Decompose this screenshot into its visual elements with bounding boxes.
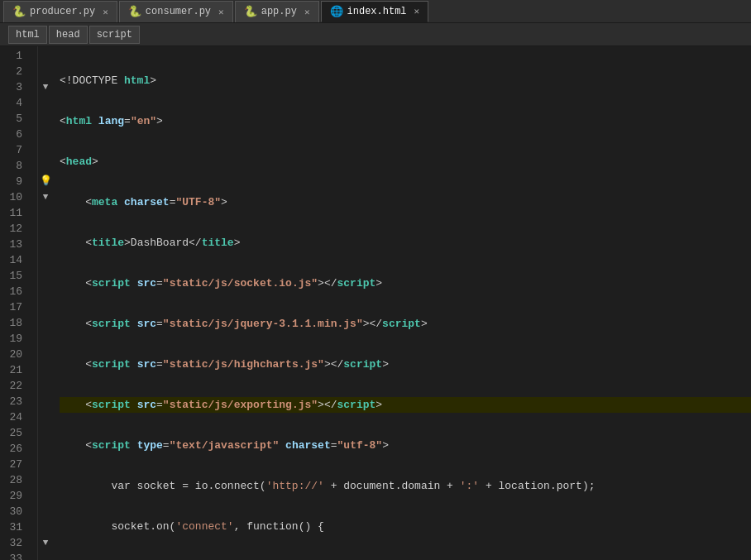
line-num-6: 6 [0,127,29,142]
gutter-25 [38,425,53,441]
gutter-33 [38,551,53,560]
tab-label: consumer.py [146,6,211,17]
code-line-3: <head> [60,154,751,170]
gutter-20 [38,347,53,362]
html-icon: 🌐 [330,5,343,18]
line-num-19: 19 [0,331,29,347]
line-num-10: 10 [0,189,29,205]
gutter-21 [38,362,53,378]
close-icon[interactable]: ✕ [103,7,108,17]
code-line-9: <script src="static/js/exporting.js"></s… [60,397,751,413]
code-line-10: <script type="text/javascript" charset="… [60,438,751,453]
gutter-30 [38,504,53,519]
gutter-8 [38,158,53,174]
gutter-5 [38,111,53,127]
gutter-14 [38,252,53,268]
breadcrumb-head[interactable]: head [49,26,88,44]
line-num-13: 13 [0,237,29,252]
line-num-24: 24 [0,409,29,425]
tab-consumer[interactable]: 🐍 consumer.py ✕ [119,1,233,22]
python-icon: 🐍 [128,5,141,18]
code-lines: <!DOCTYPE html> <html lang="en"> <head> … [53,46,751,560]
code-line-1: <!DOCTYPE html> [60,73,751,89]
python-icon: 🐍 [12,5,26,18]
line-num-26: 26 [0,441,29,457]
gutter-16 [38,284,53,299]
code-line-8: <script src="static/js/highcharts.js"></… [60,357,751,372]
tab-label: index.html [347,6,407,17]
line-num-1: 1 [0,48,29,64]
line-num-3: 3 [0,79,29,95]
line-num-25: 25 [0,425,29,441]
line-num-33: 33 [0,551,29,560]
gutter-4 [38,95,53,111]
line-num-23: 23 [0,394,29,409]
breadcrumb-bar: html head script [0,23,751,46]
tab-label: producer.py [30,6,95,17]
line-num-7: 7 [0,142,29,158]
code-line-5: <title>DashBoard</title> [60,235,751,251]
gutter-31 [38,519,53,535]
line-numbers: 1 2 3 4 5 6 7 8 9 10 11 12 13 14 15 16 1… [0,46,38,560]
gutter-32[interactable]: ▼ [38,535,53,551]
line-num-22: 22 [0,378,29,394]
gutter-9[interactable]: 💡 [38,174,53,189]
gutter-24 [38,409,53,425]
gutter-2 [38,64,53,79]
gutter-10[interactable]: ▼ [38,189,53,205]
line-num-32: 32 [0,535,29,551]
editor-gutter: ▼ 💡 ▼ ▼ [38,46,53,560]
gutter-18 [38,315,53,331]
code-line-7: <script src="static/js/jquery-3.1.1.min.… [60,316,751,332]
gutter-23 [38,394,53,409]
line-num-5: 5 [0,111,29,127]
line-num-31: 31 [0,519,29,535]
breadcrumb-html[interactable]: html [8,26,47,44]
line-num-12: 12 [0,221,29,237]
tab-index-html[interactable]: 🌐 index.html ✕ [321,1,429,22]
code-line-11: var socket = io.connect('http://' + docu… [60,478,751,494]
line-num-14: 14 [0,252,29,268]
code-editor: 1 2 3 4 5 6 7 8 9 10 11 12 13 14 15 16 1… [0,46,751,560]
tab-bar: 🐍 producer.py ✕ 🐍 consumer.py ✕ 🐍 app.py… [0,0,751,23]
line-num-8: 8 [0,158,29,174]
line-num-28: 28 [0,472,29,488]
gutter-17 [38,299,53,315]
line-num-4: 4 [0,95,29,111]
gutter-7 [38,142,53,158]
breadcrumb-script[interactable]: script [89,26,140,44]
line-num-30: 30 [0,504,29,519]
gutter-1 [38,48,53,64]
tab-app[interactable]: 🐍 app.py ✕ [235,1,319,22]
gutter-22 [38,378,53,394]
gutter-3[interactable]: ▼ [38,79,53,95]
code-line-4: <meta charset="UTF-8"> [60,194,751,210]
gutter-27 [38,457,53,472]
close-icon[interactable]: ✕ [218,7,224,17]
gutter-29 [38,488,53,504]
line-num-11: 11 [0,205,29,221]
line-num-18: 18 [0,315,29,331]
line-num-21: 21 [0,362,29,378]
code-line-12: socket.on('connect', function() { [60,519,751,534]
code-line-2: <html lang="en"> [60,113,751,129]
gutter-6 [38,127,53,142]
line-num-20: 20 [0,347,29,362]
tab-producer[interactable]: 🐍 producer.py ✕ [3,1,117,22]
line-num-15: 15 [0,268,29,284]
line-num-29: 29 [0,488,29,504]
close-icon[interactable]: ✕ [304,7,310,17]
line-num-9: 9 [0,174,29,189]
gutter-13 [38,237,53,252]
gutter-26 [38,441,53,457]
line-num-2: 2 [0,64,29,79]
python-icon: 🐍 [244,5,257,18]
line-num-16: 16 [0,284,29,299]
gutter-28 [38,472,53,488]
line-num-27: 27 [0,457,29,472]
line-num-17: 17 [0,299,29,315]
code-line-6: <script src="static/js/socket.io.js"></s… [60,275,751,291]
tab-label: app.py [261,6,297,17]
gutter-19 [38,331,53,347]
close-icon[interactable]: ✕ [414,6,420,17]
